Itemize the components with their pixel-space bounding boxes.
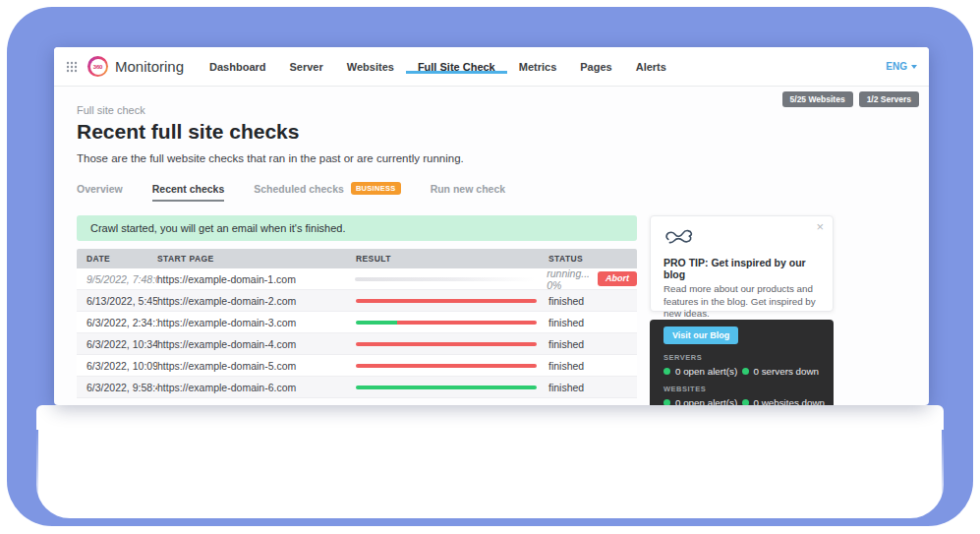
row-start-page: https://example-domain-4.com <box>157 338 356 350</box>
navbar-left: 360 Monitoring DashboardServerWebsitesFu… <box>66 47 678 86</box>
backdrop-fade-left <box>25 430 38 508</box>
tab-label: Scheduled checks <box>254 183 344 195</box>
status-section: SERVERS 0 open alert(s) 0 servers down <box>663 353 820 377</box>
quota-badge: 5/25 Websites <box>782 91 853 107</box>
row-status: finished <box>548 360 584 372</box>
column-header-date: DATE <box>77 254 157 264</box>
backdrop-cutout <box>36 405 944 518</box>
row-date: 6/13/2022, 5:45:34 PM <box>77 295 157 307</box>
column-header-result: RESULT <box>356 254 548 264</box>
success-banner: Crawl started, you will get an email whe… <box>77 215 637 241</box>
status-item: 0 open alert(s) <box>663 366 742 377</box>
tab-recent-checks[interactable]: Recent checks <box>152 183 225 202</box>
progress-segment <box>356 299 537 303</box>
row-status: finished <box>548 295 584 307</box>
column-header-start-page: START PAGE <box>157 254 356 264</box>
navbar-right: ENG <box>886 47 921 86</box>
status-item: 0 websites down <box>742 397 821 405</box>
result-progress-bar <box>356 364 537 368</box>
green-dot-icon <box>742 368 749 375</box>
status-item: 0 servers down <box>742 366 821 377</box>
nav-item-label: Server <box>290 61 323 73</box>
result-progress-bar <box>356 321 537 325</box>
nav-item-metrics[interactable]: Metrics <box>507 61 569 73</box>
table-row[interactable]: 9/5/2022, 7:48:09 AM https://example-dom… <box>77 268 637 290</box>
table-row[interactable]: 6/13/2022, 5:45:34 PM https://example-do… <box>77 290 637 312</box>
logo-360-text: 360 <box>90 59 106 75</box>
quota-badge: 1/2 Servers <box>859 91 919 107</box>
language-selector[interactable]: ENG <box>886 61 917 72</box>
main-nav: DashboardServerWebsitesFull Site CheckMe… <box>198 61 678 73</box>
nav-item-label: Metrics <box>519 61 557 73</box>
logo-360-icon[interactable]: 360 <box>87 56 108 77</box>
nav-item-label: Websites <box>347 61 394 73</box>
table-row[interactable]: 6/3/2022, 9:58:42 AM https://example-dom… <box>77 377 637 398</box>
result-progress-bar <box>356 342 537 346</box>
protip-title: PRO TIP: Get inspired by our blog <box>663 257 820 280</box>
green-dot-icon <box>742 399 749 405</box>
tab-label: Overview <box>77 183 123 195</box>
progress-segment <box>356 386 537 389</box>
business-badge: BUSINESS <box>351 182 401 195</box>
row-date: 6/3/2022, 2:34:15 PM <box>77 317 157 328</box>
table-row[interactable]: 6/3/2022, 10:09:40 AM https://example-do… <box>77 355 637 377</box>
result-progress-bar <box>356 299 537 303</box>
row-date: 6/3/2022, 10:09:40 AM <box>77 360 157 372</box>
row-start-page: https://example-domain-2.com <box>157 295 356 307</box>
green-dot-icon <box>663 399 670 405</box>
table-body: 9/5/2022, 7:48:09 AM https://example-dom… <box>77 268 637 398</box>
row-status: finished <box>548 338 584 350</box>
page-content: 5/25 Websites1/2 Servers Full site check… <box>54 87 929 405</box>
nav-item-websites[interactable]: Websites <box>335 61 406 73</box>
nav-item-label: Pages <box>580 61 611 73</box>
brand-name: Monitoring <box>115 58 184 75</box>
table-row[interactable]: 6/3/2022, 2:34:15 PM https://example-dom… <box>77 312 637 333</box>
status-section-label: SERVERS <box>663 353 820 362</box>
protip-card: × PRO TIP: Get inspired by our blog Read… <box>650 215 834 312</box>
result-progress-bar <box>355 277 535 281</box>
abort-button[interactable]: Abort <box>598 271 637 286</box>
row-date: 6/3/2022, 9:58:42 AM <box>77 382 157 393</box>
status-sections: SERVERS 0 open alert(s) 0 servers down W… <box>663 353 820 405</box>
tab-label: Run new check <box>431 183 505 195</box>
protip-body: Read more about our products and feature… <box>663 283 820 321</box>
close-icon[interactable]: × <box>816 220 824 233</box>
page-title: Recent full site checks <box>77 120 906 144</box>
nav-item-label: Full Site Check <box>418 61 495 73</box>
nav-item-full-site-check[interactable]: Full Site Check <box>406 61 507 73</box>
tab-overview[interactable]: Overview <box>77 183 123 202</box>
main-column: Crawl started, you will get an email whe… <box>77 215 637 398</box>
caret-down-icon <box>911 65 917 69</box>
apps-grid-icon[interactable] <box>66 61 78 73</box>
row-status: finished <box>548 317 584 328</box>
protip-doodle-icon <box>663 226 695 248</box>
quota-badges: 5/25 Websites1/2 Servers <box>782 91 919 107</box>
row-start-page: https://example-domain-1.com <box>157 273 355 285</box>
progress-segment <box>397 321 537 325</box>
tab-label: Recent checks <box>152 183 225 195</box>
nav-item-label: Dashboard <box>209 61 265 73</box>
row-start-page: https://example-domain-6.com <box>157 382 356 393</box>
table-row[interactable]: 6/3/2022, 10:34:24 AM https://example-do… <box>77 333 637 355</box>
nav-item-server[interactable]: Server <box>278 61 335 73</box>
marketing-canvas: 360 Monitoring DashboardServerWebsitesFu… <box>0 0 980 534</box>
tab-scheduled-checks[interactable]: Scheduled checks BUSINESS <box>254 182 400 202</box>
nav-item-pages[interactable]: Pages <box>568 61 623 73</box>
row-date: 6/3/2022, 10:34:24 AM <box>77 338 157 350</box>
green-dot-icon <box>663 368 670 375</box>
row-start-page: https://example-domain-3.com <box>157 317 356 328</box>
tab-bar: Overview Recent checks Scheduled checks … <box>77 182 906 202</box>
language-label: ENG <box>886 61 907 72</box>
status-section: WEBSITES 0 open alert(s) 0 websites down <box>663 385 820 405</box>
table-header: DATE START PAGE RESULT STATUS <box>77 249 637 268</box>
tab-run-new-check[interactable]: Run new check <box>431 183 505 202</box>
visit-blog-button[interactable]: Visit our Blog <box>663 326 738 344</box>
nav-item-alerts[interactable]: Alerts <box>624 61 678 73</box>
columns: Crawl started, you will get an email whe… <box>77 215 906 405</box>
row-date: 9/5/2022, 7:48:09 AM <box>77 273 157 285</box>
status-item: 0 open alert(s) <box>663 397 742 405</box>
nav-item-dashboard[interactable]: Dashboard <box>198 61 277 73</box>
top-navbar: 360 Monitoring DashboardServerWebsitesFu… <box>54 47 929 87</box>
nav-item-label: Alerts <box>636 61 666 73</box>
row-status: finished <box>548 382 584 393</box>
